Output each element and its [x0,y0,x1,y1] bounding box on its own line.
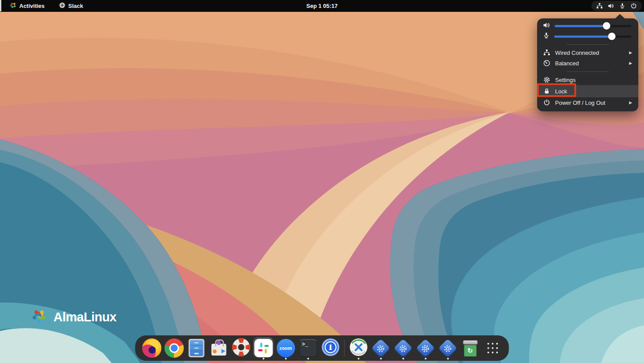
dock-item-chrome[interactable] [163,336,185,360]
dock-item-files[interactable] [185,336,208,360]
power-icon [630,3,637,9]
dock-item-citrix-workspace[interactable] [347,336,370,360]
terminal-icon: >_ [299,339,317,357]
microphone-icon [543,32,550,41]
microphone-fill [554,36,612,38]
running-indicator [357,358,359,359]
lock-icon [543,88,550,95]
menu-item-label: Wired Connected [555,50,599,56]
gear-icon [543,76,550,83]
microphone-slider[interactable] [537,32,638,41]
microphone-knob[interactable] [608,33,616,40]
app-menu-label: Slack [68,3,83,9]
activities-label: Activities [19,3,45,9]
running-indicator [285,358,287,359]
activities-button[interactable]: Activities [7,0,47,12]
chevron-right-icon: ▶ [629,61,632,65]
clock[interactable]: Sep 1 05:17 [306,0,338,12]
menu-item-label: Balanced [555,60,579,67]
executable-icon [371,338,390,358]
volume-knob[interactable] [603,22,610,30]
zoom-icon: zoom [276,339,295,357]
speaker-icon [543,21,550,31]
menu-item-settings[interactable]: Settings [537,75,638,85]
dock-separator [344,340,345,356]
almalinux-brand: AlmaLinux [29,306,117,328]
dock-item-software[interactable] [208,336,230,360]
menu-item-label: Lock [555,88,567,95]
dock-item-slack[interactable] [252,336,275,360]
volume-slider[interactable] [537,21,638,31]
microphone-icon [619,3,626,9]
system-tray[interactable] [591,1,642,11]
menu-item-power-profile[interactable]: Balanced ▶ [537,58,638,68]
volume-fill [555,25,607,27]
executable-icon [416,338,435,358]
network-wired-icon [596,3,603,9]
top-bar: Activities Slack Sep 1 05:17 [0,0,644,12]
menu-item-lock[interactable]: Lock [537,85,638,97]
dock-item-executable-4[interactable] [437,336,459,360]
menu-item-wired-connected[interactable]: Wired Connected ▶ [537,47,638,58]
chrome-icon [164,338,184,358]
desktop-screen: AlmaLinux Activities [0,0,644,363]
trash-icon: ↻ [463,340,478,356]
almalinux-mini-icon [10,2,16,10]
citrix-workspace-icon [349,338,368,358]
dock-item-show-apps[interactable] [481,336,504,360]
microphone-track[interactable] [554,36,631,38]
menu-item-label: Power Off / Log Out [555,100,605,106]
executable-icon [393,338,413,358]
almalinux-logo [29,306,49,328]
running-indicator [380,358,382,359]
app-menu-slack[interactable]: Slack [57,0,86,12]
dock-item-trash[interactable]: ↻ [459,336,481,360]
dock-item-executable-2[interactable] [392,336,414,360]
terminal-prompt-glyph: >_ [302,342,308,348]
chevron-right-icon: ▶ [629,50,632,55]
dock-item-help[interactable] [230,336,252,360]
recycle-glyph: ↻ [467,347,473,355]
1password-icon [321,338,340,358]
dock-item-zoom[interactable]: zoom [275,336,297,360]
running-indicator [402,358,404,359]
lifebuoy-icon [232,338,250,358]
system-menu: Wired Connected ▶ Balanced ▶ [537,18,638,111]
menu-item-power-off[interactable]: Power Off / Log Out ▶ [537,97,638,108]
menu-divider [566,71,609,72]
executable-icon [438,338,457,358]
slack-indicator-icon [59,2,65,10]
zoom-icon-label: zoom [280,345,292,351]
running-indicator [307,358,309,359]
running-indicator [262,358,264,359]
slack-icon [254,339,272,357]
menu-item-label: Settings [555,77,576,83]
files-icon [188,339,204,357]
volume-track[interactable] [555,25,631,27]
dock-item-1password[interactable] [319,336,342,360]
dock-item-terminal[interactable]: >_ [297,336,319,360]
dock-item-executable-3[interactable] [414,336,437,360]
power-icon [543,99,550,106]
running-indicator [425,358,426,359]
app-grid-icon [487,343,498,353]
menu-divider [566,44,609,45]
chevron-right-icon: ▶ [629,100,632,105]
power-profile-icon [543,60,550,67]
dock: zoom >_ [135,335,509,361]
dock-item-firefox[interactable] [141,336,163,360]
software-store-icon [210,339,227,357]
volume-icon [608,3,614,9]
running-indicator [447,358,449,359]
firefox-icon [142,338,161,358]
brand-wordmark: AlmaLinux [53,310,117,324]
dock-item-executable-1[interactable] [370,336,392,360]
screen-left-edge-artifact [0,0,1,11]
network-wired-icon [543,49,550,56]
